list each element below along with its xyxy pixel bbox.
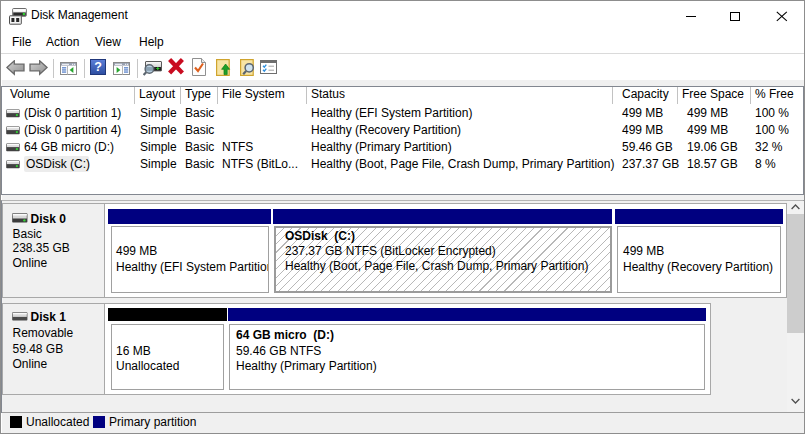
svg-text:?: ? bbox=[94, 60, 102, 74]
